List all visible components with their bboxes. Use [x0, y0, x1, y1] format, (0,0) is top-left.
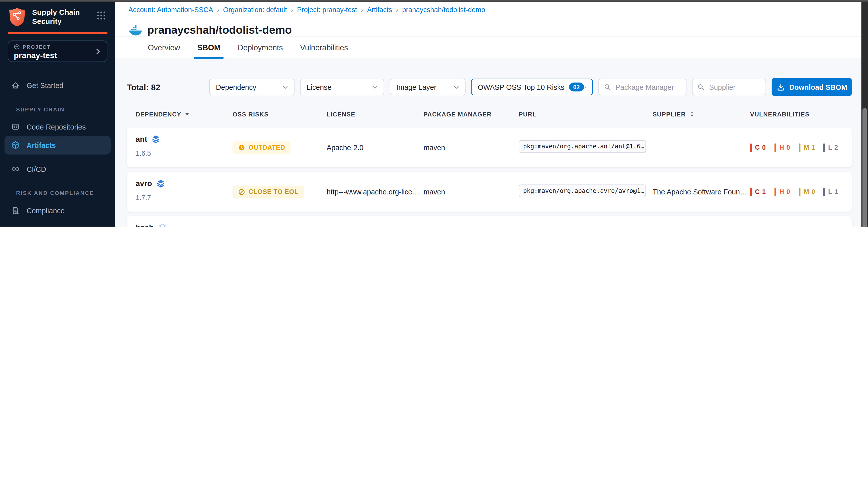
dependency-cell: ant1.6.5: [136, 127, 232, 168]
tab-deployments[interactable]: Deployments: [235, 37, 286, 58]
app-window: Supply Chain Security PROJECT pranay-tes…: [0, 0, 868, 227]
search-icon: [603, 83, 611, 91]
vulnerability-counts: C1H0M0L1: [750, 187, 848, 196]
dependency-filter-dropdown[interactable]: Dependency: [209, 79, 294, 95]
severity-l: L2: [823, 143, 848, 151]
license-filter-dropdown[interactable]: License: [300, 79, 384, 95]
scrollbar-thumb[interactable]: [863, 108, 867, 227]
severity-count: 1: [834, 188, 838, 195]
severity-h: H0: [775, 187, 799, 196]
breadcrumb-link[interactable]: Account: Automation-SSCA: [128, 6, 213, 14]
column-header-license: LICENSE: [327, 111, 424, 118]
severity-c: C0: [750, 143, 775, 151]
severity-count: 1: [812, 144, 815, 151]
severity-count: 0: [812, 188, 815, 195]
severity-bar: [750, 187, 752, 196]
severity-c: C1: [750, 187, 775, 196]
column-header-dependency[interactable]: DEPENDENCY: [136, 111, 232, 118]
scrollbar-track[interactable]: [861, 0, 868, 227]
column-header-supplier[interactable]: SUPPLIER: [653, 111, 750, 118]
sidebar-item-compliance[interactable]: Compliance: [4, 201, 111, 220]
table-row[interactable]: ant1.6.5OUTDATEDApache-2.0mavenpkg:maven…: [127, 127, 852, 168]
supplier-search-input[interactable]: [708, 82, 761, 92]
dependency-version: 1.6.5: [136, 150, 232, 157]
tab-sbom[interactable]: SBOM: [194, 37, 224, 58]
sidebar-item-get-started[interactable]: Get Started: [4, 76, 111, 95]
table-body: ant1.6.5OUTDATEDApache-2.0mavenpkg:maven…: [127, 127, 852, 227]
download-icon: [777, 83, 785, 91]
purl-chip: pkg:maven/org.apache.ant/ant@1.6…: [519, 140, 646, 153]
tab-bar: OverviewSBOMDeploymentsVulnerabilities: [144, 37, 351, 58]
severity-m: M1: [799, 143, 823, 151]
package-manager-cell: maven: [424, 143, 519, 151]
column-header-oss-risks: OSS RISKS: [232, 111, 326, 118]
license-cell: Apache-2.0: [327, 143, 424, 151]
breadcrumb-separator: ›: [396, 6, 398, 14]
package-manager-cell: maven: [424, 187, 519, 196]
layers-icon: [156, 179, 165, 188]
owasp-filter-count-badge: 02: [569, 83, 584, 91]
severity-bar: [799, 143, 801, 151]
oss-risk-cell: OUTDATED: [232, 141, 326, 154]
sidebar-item-ci-cd[interactable]: CI/CD: [4, 159, 111, 178]
severity-bar: [775, 187, 776, 196]
page-title: pranaycshah/todolist-demo: [147, 24, 292, 37]
owasp-risks-filter-dropdown[interactable]: OWASP OSS Top 10 Risks 02: [471, 79, 593, 95]
oss-risk-badge: OUTDATED: [232, 141, 291, 154]
sidebar-item-label: CI/CD: [27, 165, 105, 173]
severity-h: H0: [775, 143, 799, 151]
severity-bar: [823, 143, 825, 151]
infinity-icon: [11, 165, 20, 173]
sidebar-item-rule-definitions[interactable]: Rule Definitions: [4, 222, 111, 227]
sidebar-item-artifacts[interactable]: Artifacts: [4, 136, 111, 155]
sidebar-item-code-repositories[interactable]: Code Repositories: [4, 118, 111, 136]
sidebar-item-label: Artifacts: [27, 141, 105, 149]
doc-search-icon: [11, 206, 20, 215]
breadcrumb-link[interactable]: Organization: default: [223, 6, 287, 14]
sidebar-item-label: Code Repositories: [27, 123, 105, 131]
main-content: Account: Automation-SSCA›Organization: d…: [115, 0, 868, 227]
supplier-search: [692, 79, 766, 95]
tab-vulnerabilities[interactable]: Vulnerabilities: [297, 37, 351, 58]
column-header-package-manager: PACKAGE MANAGER: [424, 111, 519, 118]
tab-overview[interactable]: Overview: [144, 37, 184, 58]
severity-bar: [799, 187, 801, 196]
table-row[interactable]: avro1.7.7CLOSE TO EOLhttp---www.apache.o…: [127, 172, 852, 212]
dependency-name: avro: [136, 179, 152, 188]
package-manager-search: [598, 79, 686, 95]
dependency-cell: bash5.1-6ubuntu1: [136, 216, 232, 227]
sidebar-item-label: Compliance: [27, 207, 105, 215]
layers-outline-icon: [158, 223, 166, 227]
window-top-edge: [0, 0, 868, 2]
search-icon: [697, 83, 705, 91]
vulnerability-counts: C0H0M1L2: [750, 143, 848, 151]
breadcrumb-link[interactable]: Artifacts: [367, 6, 392, 14]
severity-count: 1: [762, 188, 766, 195]
chevron-down-icon: [282, 84, 289, 91]
home-icon: [11, 81, 20, 90]
image-layer-filter-dropdown[interactable]: Image Layer: [390, 79, 466, 95]
clock-icon: [238, 144, 245, 151]
severity-count: 0: [762, 144, 766, 151]
severity-l: L1: [823, 187, 848, 196]
breadcrumb-link[interactable]: Project: pranay-test: [297, 6, 357, 14]
page-header: Account: Automation-SSCA›Organization: d…: [115, 0, 868, 58]
package-manager-search-input[interactable]: [614, 82, 681, 92]
severity-bar: [823, 187, 825, 196]
table-header-row: DEPENDENCYOSS RISKSLICENSEPACKAGE MANAGE…: [127, 109, 852, 120]
chevron-down-icon: [584, 84, 587, 91]
purl-chip: pkg:maven/org.apache.avro/avro@1…: [519, 184, 646, 197]
breadcrumb-link[interactable]: pranaycshah/todolist-demo: [402, 6, 485, 14]
table-row[interactable]: bash5.1-6ubuntu1-GPL-3.0-onlydebpkg:deb/…: [127, 216, 852, 227]
severity-m: M0: [799, 187, 823, 196]
download-sbom-button[interactable]: Download SBOM: [772, 78, 852, 96]
severity-count: 2: [834, 144, 838, 151]
oss-risk-cell: CLOSE TO EOL: [232, 185, 326, 198]
dependency-name: bash: [136, 223, 154, 227]
sort-both-icon: [689, 111, 695, 118]
oss-risk-badge: CLOSE TO EOL: [232, 185, 304, 198]
sidebar-item-label: Get Started: [27, 81, 105, 89]
dependency-version: 1.7.7: [136, 194, 232, 202]
sidebar: Supply Chain Security PROJECT pranay-tes…: [0, 0, 115, 227]
severity-bar: [750, 143, 752, 151]
